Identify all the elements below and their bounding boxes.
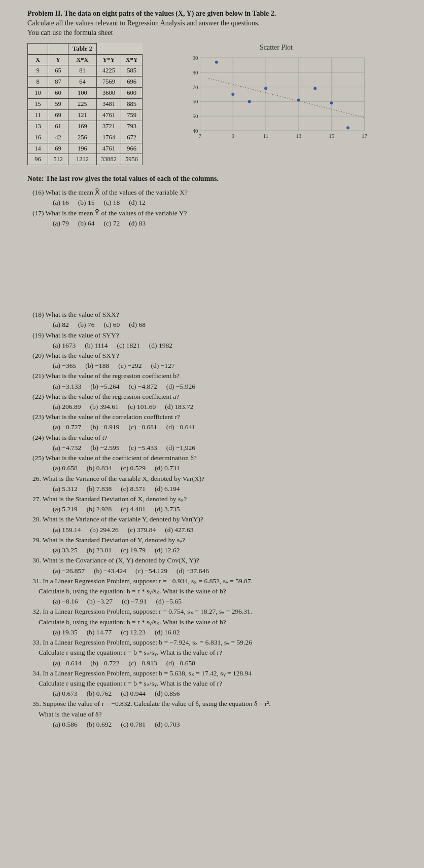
- option: (c) −0.913: [128, 659, 157, 667]
- option: (a) 33.25: [53, 546, 78, 554]
- table-row: 11691214761759: [28, 109, 143, 121]
- svg-point-31: [346, 126, 349, 129]
- options: (a) −8.16(b) −3.27(c) −7.91(d) −5.65: [53, 597, 406, 606]
- table-header: Y: [48, 54, 68, 65]
- svg-text:17: 17: [362, 133, 368, 139]
- options: (a) 206.89(b) 394.61(c) 101.60(d) 183.72: [53, 402, 406, 411]
- option: (b) 2.928: [87, 505, 112, 513]
- option: (a) 79: [53, 219, 69, 227]
- table-row: 13611693721793: [28, 121, 143, 132]
- option: (c) −7.91: [122, 597, 147, 605]
- question: 33. In a Linear Regression Problem, supp…: [32, 638, 406, 647]
- option: (c) 60: [103, 321, 120, 328]
- options: (a) 1673(b) 1114(c) 1821(d) 1982: [53, 341, 406, 350]
- options: (a) 16(b) 15(c) 18(d) 12: [53, 198, 406, 207]
- option: (d) 6.194: [155, 485, 180, 493]
- option: (b) 23.81: [87, 546, 112, 554]
- option: (a) −365: [53, 362, 76, 369]
- svg-point-25: [231, 93, 234, 96]
- question: (17) What is the mean Ȳ of the values of…: [32, 209, 406, 218]
- option: (d) −5.926: [166, 383, 195, 390]
- option: (c) 19.79: [121, 546, 146, 554]
- question: (22) What is the value of the regression…: [32, 392, 406, 401]
- option: (c) −5.433: [128, 444, 157, 451]
- table-row: 16422561764672: [28, 132, 143, 143]
- svg-line-24: [208, 78, 365, 118]
- svg-point-29: [264, 87, 267, 90]
- option: (d) 68: [129, 321, 146, 328]
- option: (d) −0.658: [166, 659, 195, 667]
- options: (a) −0.614(b) −0.722(c) −0.913(d) −0.658: [53, 659, 406, 668]
- svg-text:11: 11: [263, 133, 269, 139]
- option: (a) 206.89: [53, 403, 81, 410]
- scatter-plot: 4050607080907911131517: [147, 55, 406, 141]
- options: (a) −0.727(b) −0.919(c) −0.681(d) −0.641: [53, 423, 406, 432]
- plot-title: Scatter Plot: [147, 43, 406, 53]
- options: (a) 79(b) 64(c) 72(d) 83: [53, 219, 406, 228]
- option: (a) 5.312: [53, 485, 78, 493]
- options: (a) 5.219(b) 2.928(c) 4.481(d) 3.735: [53, 505, 406, 514]
- option: (c) 72: [103, 219, 120, 227]
- svg-text:7: 7: [199, 133, 202, 139]
- option: (a) 0.586: [53, 721, 78, 728]
- option: (d) 1982: [149, 342, 172, 349]
- option: (c) 1821: [117, 342, 139, 349]
- svg-text:80: 80: [193, 69, 199, 75]
- svg-text:9: 9: [232, 133, 235, 139]
- option: (b) 76: [78, 321, 95, 328]
- question: 26. What is the Variance of the variable…: [32, 474, 406, 483]
- option: (b) 7.838: [87, 485, 112, 493]
- table-header: X: [28, 54, 48, 65]
- option: (d) −37.646: [176, 567, 209, 575]
- option: (a) 82: [53, 321, 69, 328]
- option: (a) −0.727: [53, 423, 81, 431]
- option: (b) 15: [78, 199, 95, 206]
- options: (a) 33.25(b) 23.81(c) 19.79(d) 12.62: [53, 546, 406, 555]
- table-row: 10601003600600: [28, 88, 143, 99]
- question: (25) What is the value of the coefficien…: [32, 454, 406, 463]
- question-extra: What is the value of δ?: [39, 710, 406, 719]
- option: (c) 0.944: [121, 690, 146, 697]
- option: (b) −188: [85, 362, 109, 369]
- option: (c) 0.781: [121, 721, 146, 728]
- question-extra: Calculate b, using the equation: b = r *…: [39, 618, 406, 627]
- svg-text:90: 90: [193, 55, 199, 61]
- table-header: Y*Y: [96, 54, 121, 65]
- svg-text:70: 70: [193, 84, 199, 90]
- option: (a) 5.219: [53, 505, 78, 513]
- options: (a) 0.658(b) 0.834(c) 0.529(d) 0.731: [53, 464, 406, 473]
- question: 35. Suppose the value of r = −0.832. Cal…: [32, 699, 406, 708]
- question: 34. In a Linear Regression Problem, supp…: [32, 669, 406, 678]
- options: (a) −365(b) −188(c) −292(d) −127: [53, 361, 406, 370]
- svg-point-26: [215, 60, 218, 63]
- option: (a) 159.14: [53, 526, 81, 534]
- options: (a) 19.35(b) 14.77(c) 12.23(d) 16.82: [53, 628, 406, 637]
- option: (c) −0.681: [128, 423, 157, 431]
- option: (c) 0.529: [121, 464, 146, 472]
- option: (c) −54.129: [135, 567, 167, 575]
- option: (d) −1,926: [166, 444, 195, 451]
- svg-text:50: 50: [193, 113, 199, 119]
- question-extra: Calculate r using the equation: r = b * …: [39, 679, 406, 688]
- svg-point-28: [330, 101, 333, 104]
- option: (d) 12.62: [155, 546, 180, 554]
- options: (a) −26.857(b) −43.424(c) −54.129(d) −37…: [53, 567, 406, 576]
- option: (d) 427.63: [165, 526, 193, 534]
- option: (d) 83: [129, 219, 146, 227]
- table-header: X*X: [68, 54, 97, 65]
- table-row: 965814225585: [28, 65, 143, 77]
- option: (d) 16.82: [155, 628, 180, 636]
- question: 29. What is the Standard Deviation of Y,…: [32, 536, 406, 545]
- svg-point-32: [313, 87, 316, 90]
- svg-point-27: [248, 100, 251, 103]
- question: 27. What is the Standard Deviation of X,…: [32, 495, 406, 504]
- question-extra: Calculate b, using the equation: b = r *…: [39, 587, 406, 596]
- options: (a) 5.312(b) 7.838(c) 8.571(d) 6.194: [53, 484, 406, 494]
- option: (d) 3.735: [155, 505, 180, 513]
- options: (a) −4.732(b) −2.595(c) −5.433(d) −1,926: [53, 443, 406, 452]
- options: (a) 0.673(b) 0.762(c) 0.944(d) 0.856: [53, 689, 406, 698]
- option: (b) 394.61: [90, 403, 118, 410]
- question: (19) What is the value of SYY?: [32, 331, 406, 340]
- table-header: X*Y: [121, 54, 143, 65]
- option: (b) −0.919: [90, 423, 119, 431]
